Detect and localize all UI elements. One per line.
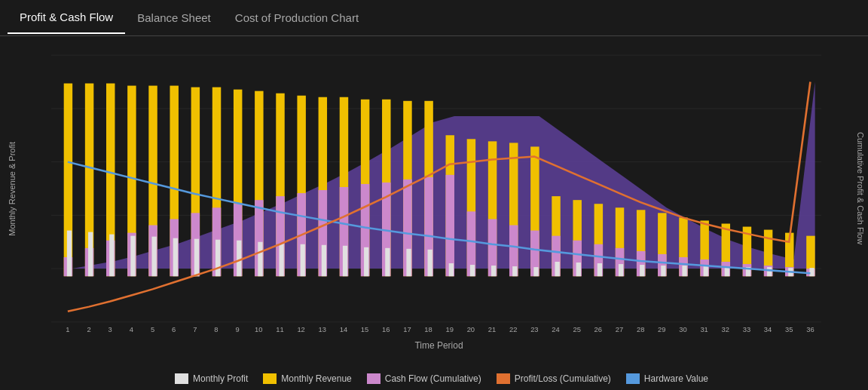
legend-label-hardware-value: Hardware Value	[644, 373, 708, 384]
svg-text:21: 21	[488, 326, 496, 333]
svg-rect-97	[406, 249, 411, 276]
svg-text:32: 32	[722, 326, 729, 333]
tab-profit-cashflow[interactable]: Profit & Cash Flow	[8, 2, 125, 34]
legend-label-monthly-revenue: Monthly Revenue	[281, 373, 351, 384]
svg-rect-108	[640, 265, 644, 276]
svg-text:33: 33	[743, 326, 750, 333]
legend-color-monthly-profit	[175, 373, 188, 384]
svg-text:16: 16	[382, 326, 390, 333]
svg-rect-109	[661, 266, 665, 276]
svg-text:20: 20	[467, 326, 475, 333]
svg-text:31: 31	[700, 326, 708, 333]
legend-hardware-value: Hardware Value	[626, 373, 708, 384]
y-axis-left-label: Monthly Revenue & Profit	[8, 142, 17, 236]
svg-text:6: 6	[172, 326, 176, 333]
legend-monthly-revenue: Monthly Revenue	[263, 373, 351, 384]
svg-rect-107	[619, 264, 623, 276]
tab-balance-sheet[interactable]: Balance Sheet	[125, 2, 223, 33]
app-container: Profit & Cash Flow Balance Sheet Cost of…	[0, 0, 868, 390]
svg-text:11: 11	[276, 326, 283, 333]
svg-rect-114	[767, 267, 772, 276]
svg-text:19: 19	[446, 326, 454, 333]
svg-rect-89	[237, 241, 241, 276]
svg-rect-98	[428, 250, 432, 276]
svg-text:17: 17	[403, 326, 411, 333]
svg-rect-86	[173, 238, 178, 277]
svg-text:26: 26	[594, 326, 602, 333]
svg-rect-103	[533, 267, 538, 276]
legend-monthly-profit: Monthly Profit	[175, 373, 248, 384]
svg-rect-100	[470, 265, 475, 276]
svg-text:22: 22	[509, 326, 517, 333]
svg-text:36: 36	[806, 326, 814, 333]
legend-color-profit-loss	[497, 373, 510, 384]
svg-text:1: 1	[66, 326, 69, 333]
svg-rect-91	[279, 244, 283, 276]
legend-cashflow: Cash Flow (Cumulative)	[367, 373, 481, 384]
svg-text:18: 18	[424, 326, 432, 333]
svg-rect-116	[809, 268, 814, 276]
svg-text:12: 12	[297, 326, 304, 333]
legend-color-hardware-value	[626, 373, 640, 384]
svg-rect-93	[322, 245, 326, 276]
svg-text:25: 25	[573, 326, 580, 333]
svg-text:4: 4	[130, 326, 133, 333]
svg-text:30: 30	[679, 326, 686, 333]
svg-text:2: 2	[87, 326, 90, 333]
svg-text:27: 27	[616, 326, 623, 333]
svg-rect-92	[301, 244, 305, 276]
svg-rect-87	[194, 239, 199, 277]
legend-profit-loss: Profit/Loss (Cumulative)	[497, 373, 611, 384]
svg-text:34: 34	[764, 326, 772, 333]
svg-rect-106	[598, 263, 602, 276]
svg-text:29: 29	[658, 326, 665, 333]
legend-color-cashflow	[367, 373, 381, 384]
svg-rect-105	[576, 263, 581, 276]
svg-rect-96	[385, 248, 390, 276]
legend-label-profit-loss: Profit/Loss (Cumulative)	[515, 373, 611, 384]
tab-bar: Profit & Cash Flow Balance Sheet Cost of…	[0, 0, 868, 36]
svg-rect-85	[151, 237, 156, 277]
legend-label-monthly-profit: Monthly Profit	[193, 373, 248, 384]
svg-text:9: 9	[236, 326, 240, 333]
svg-rect-63	[446, 175, 454, 276]
svg-text:13: 13	[319, 326, 326, 333]
svg-rect-90	[258, 242, 262, 276]
x-axis-label: Time Period	[51, 340, 827, 351]
svg-rect-102	[512, 266, 517, 276]
svg-rect-81	[67, 231, 72, 277]
svg-text:3: 3	[108, 326, 112, 333]
svg-text:23: 23	[530, 326, 538, 333]
svg-rect-110	[682, 266, 686, 276]
svg-text:5: 5	[151, 326, 154, 333]
chart-area: Monthly Revenue & Profit Cumulative Prof…	[0, 36, 868, 390]
svg-rect-104	[555, 262, 559, 276]
svg-text:24: 24	[552, 326, 559, 333]
svg-text:15: 15	[361, 326, 368, 333]
legend-label-cashflow: Cash Flow (Cumulative)	[385, 373, 481, 384]
svg-rect-88	[215, 240, 220, 277]
legend-color-monthly-revenue	[263, 373, 277, 384]
svg-rect-95	[364, 247, 368, 276]
svg-rect-82	[88, 232, 93, 277]
svg-rect-111	[704, 266, 708, 276]
svg-text:8: 8	[214, 326, 218, 333]
svg-rect-101	[491, 266, 496, 276]
svg-rect-94	[343, 246, 347, 276]
chart-legend: Monthly Profit Monthly Revenue Cash Flow…	[60, 373, 823, 384]
svg-text:7: 7	[193, 326, 197, 333]
y-axis-right-label: Cumulative Profit & Cash Flow	[856, 132, 865, 244]
svg-text:14: 14	[340, 326, 347, 333]
main-chart: 1 2 3 4 5 6 7 8 9 10 11 12 13 14 15 16 1…	[51, 44, 821, 333]
svg-text:35: 35	[785, 326, 793, 333]
tab-cost-production[interactable]: Cost of Production Chart	[223, 2, 371, 33]
svg-text:28: 28	[637, 326, 644, 333]
svg-rect-83	[109, 235, 114, 277]
svg-text:10: 10	[255, 326, 262, 333]
svg-rect-99	[449, 263, 454, 276]
svg-rect-84	[130, 236, 135, 277]
